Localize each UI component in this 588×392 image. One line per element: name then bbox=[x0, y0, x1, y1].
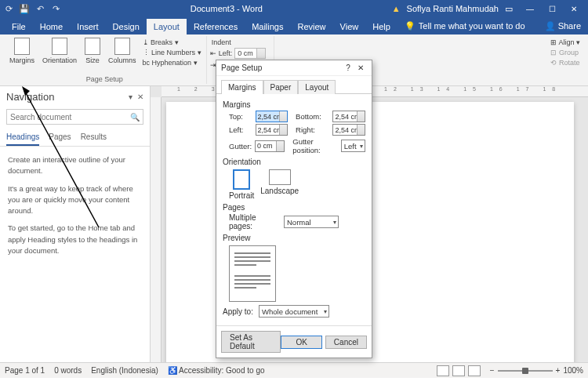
tab-design[interactable]: Design bbox=[106, 19, 147, 34]
indent-left-input[interactable]: 0 cm bbox=[234, 48, 266, 59]
search-input[interactable] bbox=[10, 113, 130, 122]
tab-review[interactable]: Review bbox=[291, 19, 333, 34]
read-mode-icon[interactable] bbox=[437, 365, 449, 376]
tell-me[interactable]: 💡Tell me what you want to do bbox=[397, 18, 538, 34]
hyphenation-button[interactable]: bc Hyphenation ▾ bbox=[141, 58, 203, 67]
portrait-icon bbox=[233, 169, 250, 190]
nav-search[interactable]: 🔍 bbox=[6, 109, 143, 125]
multiple-pages-select[interactable]: Normal bbox=[284, 216, 339, 228]
dialog-help-button[interactable]: ? bbox=[342, 64, 354, 72]
window-controls: — ☐ ✕ bbox=[519, 0, 585, 17]
ribbon-display-icon[interactable]: ▭ bbox=[505, 4, 513, 14]
group-button: ⊡ Group bbox=[549, 48, 582, 57]
group-page-setup: Margins Orientation Size Columns ⤓ Break… bbox=[3, 36, 207, 84]
nav-tab-headings[interactable]: Headings bbox=[6, 129, 39, 146]
zoom-out-button[interactable]: − bbox=[490, 366, 495, 375]
tab-layout[interactable]: Layout bbox=[147, 19, 187, 34]
tab-help[interactable]: Help bbox=[365, 19, 397, 34]
line-numbers-button[interactable]: ⋮ Line Numbers ▾ bbox=[141, 48, 203, 57]
orientation-portrait[interactable]: Portrait bbox=[229, 169, 254, 200]
web-layout-icon[interactable] bbox=[468, 365, 481, 376]
page-count[interactable]: Page 1 of 1 bbox=[5, 366, 45, 375]
ok-button[interactable]: OK bbox=[281, 336, 321, 349]
indent-label: Indent bbox=[210, 38, 271, 47]
margins-icon bbox=[14, 38, 30, 55]
bulb-icon: 💡 bbox=[405, 21, 416, 31]
tab-references[interactable]: References bbox=[187, 19, 245, 34]
dialog-tab-layout[interactable]: Layout bbox=[298, 80, 336, 94]
nav-title: Navigation bbox=[6, 91, 54, 103]
zoom-in-button[interactable]: + bbox=[556, 366, 561, 375]
ribbon-tabs: File Home Insert Design Layout Reference… bbox=[0, 17, 588, 34]
indent-left-icon: ⇤ bbox=[210, 49, 216, 57]
set-default-button[interactable]: Set As Default bbox=[221, 331, 281, 353]
margins-button[interactable]: Margins bbox=[6, 36, 38, 66]
margin-bottom-input[interactable]: 2,54 cm bbox=[332, 111, 365, 122]
columns-button[interactable]: Columns bbox=[105, 36, 140, 66]
tab-insert[interactable]: Insert bbox=[70, 19, 106, 34]
group-arrange: ⊞ Align ▾ ⊡ Group ⟲ Rotate bbox=[546, 36, 585, 84]
quick-access-toolbar: ⟳ 💾 ↶ ↷ bbox=[3, 3, 61, 14]
size-button[interactable]: Size bbox=[82, 36, 103, 66]
accessibility-status[interactable]: ♿ Accessibility: Good to go bbox=[168, 366, 265, 375]
orientation-button[interactable]: Orientation bbox=[39, 36, 80, 66]
undo-icon[interactable]: ↶ bbox=[34, 3, 45, 14]
nav-close-icon[interactable]: ✕ bbox=[137, 93, 143, 101]
orientation-landscape[interactable]: Landscape bbox=[260, 169, 299, 200]
status-bar: Page 1 of 1 0 words English (Indonesia) … bbox=[0, 362, 588, 378]
preview-section-label: Preview bbox=[223, 234, 365, 242]
cancel-button[interactable]: Cancel bbox=[325, 336, 367, 349]
margin-top-input[interactable]: 2,54 cm bbox=[256, 111, 289, 122]
vertical-ruler[interactable] bbox=[151, 97, 162, 362]
preview-thumbnail bbox=[229, 245, 276, 302]
word-count[interactable]: 0 words bbox=[54, 366, 82, 375]
view-mode-icons bbox=[437, 365, 481, 376]
apply-to-select[interactable]: Whole document bbox=[259, 305, 329, 318]
share-icon: 👤 bbox=[545, 21, 556, 31]
page-setup-dialog: Page Setup ? ✕ Margins Paper Layout Marg… bbox=[216, 60, 372, 358]
margin-right-input[interactable]: 2,54 cm bbox=[332, 124, 365, 136]
close-button[interactable]: ✕ bbox=[563, 0, 585, 17]
orientation-section-label: Orientation bbox=[223, 158, 365, 166]
nav-body: Create an interactive outline of your do… bbox=[0, 147, 150, 270]
margins-section-label: Margins bbox=[223, 100, 365, 109]
margin-left-input[interactable]: 2,54 cm bbox=[256, 124, 289, 136]
warning-icon: ▲ bbox=[392, 4, 401, 13]
align-button[interactable]: ⊞ Align ▾ bbox=[549, 38, 582, 47]
gutter-input[interactable]: 0 cm bbox=[255, 140, 285, 152]
tab-mailings[interactable]: Mailings bbox=[245, 19, 290, 34]
search-icon[interactable]: 🔍 bbox=[130, 113, 140, 122]
share-button[interactable]: 👤 Share bbox=[538, 18, 588, 34]
print-layout-icon[interactable] bbox=[452, 365, 465, 376]
dialog-title: Page Setup bbox=[221, 64, 342, 72]
minimize-button[interactable]: — bbox=[519, 0, 541, 17]
dialog-close-button[interactable]: ✕ bbox=[354, 64, 367, 72]
nav-dropdown-icon[interactable]: ▾ bbox=[129, 93, 132, 101]
dialog-tab-margins[interactable]: Margins bbox=[221, 80, 263, 94]
save-icon[interactable]: 💾 bbox=[19, 3, 30, 14]
landscape-icon bbox=[269, 169, 291, 185]
pages-section-label: Pages bbox=[223, 203, 365, 212]
orientation-icon bbox=[52, 38, 67, 55]
maximize-button[interactable]: ☐ bbox=[541, 0, 563, 17]
zoom-slider[interactable] bbox=[498, 370, 553, 372]
gutter-position-select[interactable]: Left bbox=[341, 140, 365, 152]
language[interactable]: English (Indonesia) bbox=[91, 366, 158, 375]
nav-tab-pages[interactable]: Pages bbox=[49, 129, 71, 146]
user-name[interactable]: Soflya Ranti Mahmudah bbox=[407, 4, 499, 13]
tab-view[interactable]: View bbox=[333, 19, 366, 34]
document-title: Document3 - Word bbox=[61, 4, 392, 13]
columns-icon bbox=[114, 38, 130, 55]
breaks-button[interactable]: ⤓ Breaks ▾ bbox=[141, 38, 203, 47]
autosave-icon[interactable]: ⟳ bbox=[3, 3, 14, 14]
zoom-level[interactable]: 100% bbox=[563, 366, 583, 375]
zoom-control: − + 100% bbox=[490, 366, 583, 375]
tab-home[interactable]: Home bbox=[33, 19, 70, 34]
nav-tab-results[interactable]: Results bbox=[81, 129, 107, 146]
title-bar: ⟳ 💾 ↶ ↷ Document3 - Word ▲ Soflya Ranti … bbox=[0, 0, 588, 17]
dialog-tab-paper[interactable]: Paper bbox=[263, 80, 299, 94]
size-icon bbox=[85, 38, 100, 55]
rotate-button: ⟲ Rotate bbox=[549, 58, 582, 67]
redo-icon[interactable]: ↷ bbox=[50, 3, 61, 14]
tab-file[interactable]: File bbox=[5, 19, 33, 34]
